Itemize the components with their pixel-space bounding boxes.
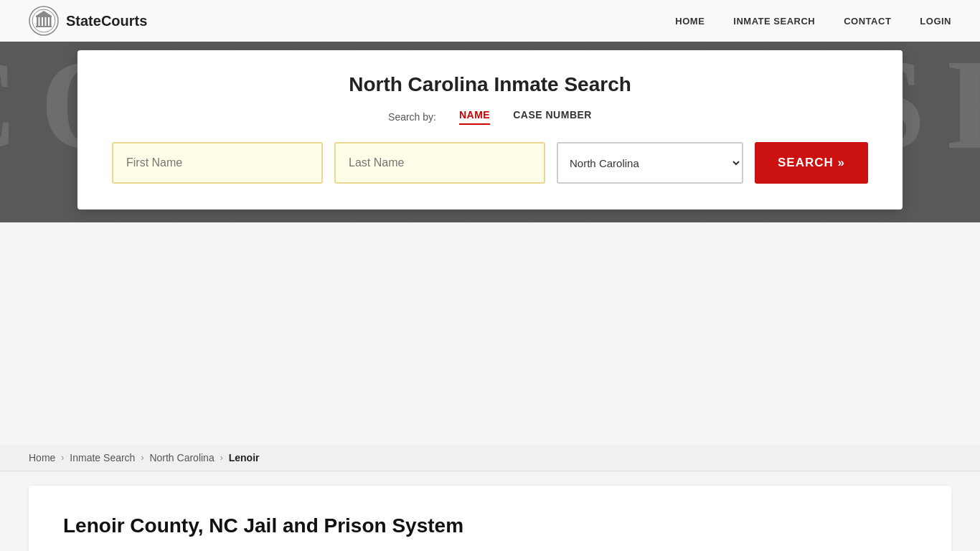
- search-row: North Carolina Alabama Alaska Arizona Ar…: [112, 142, 868, 184]
- nav-links: HOME INMATE SEARCH CONTACT LOGIN: [675, 16, 951, 27]
- search-button[interactable]: SEARCH »: [755, 142, 868, 184]
- header: COURTHOUSE StateCourts HOME: [0, 0, 980, 222]
- svg-rect-7: [36, 26, 52, 27]
- content-area: Lenoir County, NC Jail and Prison System…: [29, 486, 951, 551]
- breadcrumb-state[interactable]: North Carolina: [149, 452, 214, 463]
- svg-rect-3: [40, 17, 42, 26]
- first-name-input[interactable]: [112, 142, 323, 184]
- svg-rect-8: [36, 16, 52, 17]
- nav-bar: StateCourts HOME INMATE SEARCH CONTACT L…: [0, 0, 980, 42]
- svg-rect-2: [37, 17, 39, 26]
- state-select[interactable]: North Carolina Alabama Alaska Arizona Ar…: [557, 142, 743, 184]
- tab-name[interactable]: NAME: [459, 109, 490, 125]
- nav-inmate-search[interactable]: INMATE SEARCH: [733, 16, 815, 27]
- logo-icon: [29, 6, 59, 36]
- nav-login[interactable]: LOGIN: [920, 16, 951, 27]
- search-card: North Carolina Inmate Search Search by: …: [77, 50, 903, 209]
- breadcrumb-sep-1: ›: [61, 453, 64, 463]
- last-name-input[interactable]: [334, 142, 545, 184]
- search-tabs: Search by: NAME CASE NUMBER: [112, 109, 868, 125]
- svg-rect-5: [47, 17, 49, 26]
- nav-contact[interactable]: CONTACT: [844, 16, 891, 27]
- breadcrumb-sep-3: ›: [220, 453, 223, 463]
- breadcrumb-sep-2: ›: [141, 453, 143, 463]
- svg-rect-4: [43, 17, 45, 26]
- search-by-label: Search by:: [388, 111, 436, 123]
- tab-case-number[interactable]: CASE NUMBER: [513, 109, 592, 125]
- breadcrumb-current: Lenoir: [229, 452, 260, 463]
- page-title: North Carolina Inmate Search: [112, 73, 868, 96]
- breadcrumb-inmate-search[interactable]: Inmate Search: [70, 452, 135, 463]
- content-title: Lenoir County, NC Jail and Prison System: [63, 514, 917, 537]
- svg-rect-6: [50, 17, 52, 26]
- nav-home[interactable]: HOME: [675, 16, 705, 27]
- logo-area[interactable]: StateCourts: [29, 6, 147, 36]
- breadcrumb: Home › Inmate Search › North Carolina › …: [0, 445, 980, 471]
- breadcrumb-home[interactable]: Home: [29, 452, 55, 463]
- site-name: StateCourts: [66, 13, 147, 29]
